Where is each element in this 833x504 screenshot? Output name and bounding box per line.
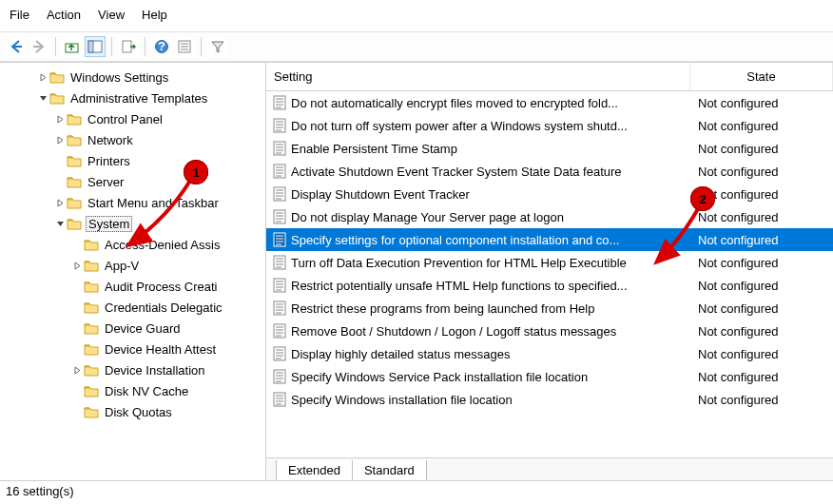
settings-row[interactable]: Remove Boot / Shutdown / Logon / Logoff …: [266, 320, 833, 342]
setting-state: Not configured: [690, 233, 833, 247]
tree-node[interactable]: Start Menu and Taskbar: [2, 192, 263, 213]
policy-icon: [272, 164, 287, 179]
tree-expander-icon[interactable]: [53, 136, 67, 145]
tree-expander-icon[interactable]: [53, 199, 67, 207]
setting-state: Not configured: [690, 324, 833, 339]
folder-icon: [84, 280, 99, 293]
folder-icon: [67, 133, 82, 146]
tree-node[interactable]: Disk Quotas: [2, 401, 263, 422]
menu-view[interactable]: View: [98, 8, 125, 22]
tree-pane[interactable]: Windows SettingsAdministrative Templates…: [0, 63, 266, 480]
tree-node[interactable]: Administrative Templates: [2, 87, 263, 108]
tree-node[interactable]: Credentials Delegatic: [2, 297, 263, 318]
tree-node[interactable]: Device Installation: [2, 359, 263, 380]
tree-expander-icon[interactable]: [70, 366, 84, 375]
folder-icon: [67, 175, 82, 188]
list-pane: Setting State Do not automatically encry…: [266, 63, 833, 480]
settings-row[interactable]: Specify Windows Service Pack installatio…: [266, 365, 833, 388]
forward-arrow-icon: [31, 39, 47, 54]
setting-state: Not configured: [690, 347, 833, 361]
tree-node[interactable]: Audit Process Creati: [2, 276, 263, 297]
folder-icon: [84, 238, 99, 251]
settings-row[interactable]: Do not turn off system power after a Win…: [266, 114, 833, 137]
policy-icon: [272, 300, 287, 316]
menu-file[interactable]: File: [10, 8, 29, 22]
settings-row[interactable]: Display highly detailed status messagesN…: [266, 342, 833, 365]
settings-row[interactable]: Specify Windows installation file locati…: [266, 388, 833, 411]
setting-name: Specify Windows Service Pack installatio…: [291, 370, 690, 384]
setting-name: Display Shutdown Event Tracker: [291, 187, 690, 202]
settings-row[interactable]: Do not display Manage Your Server page a…: [266, 205, 833, 228]
svg-text:?: ?: [158, 39, 165, 53]
tree-node-label: Network: [86, 133, 135, 147]
tree-node[interactable]: Disk NV Cache: [2, 380, 263, 401]
tree-node[interactable]: Device Health Attest: [2, 339, 263, 359]
folder-icon: [49, 91, 65, 105]
tab-extended[interactable]: Extended: [276, 460, 353, 480]
toolbar-forward-button[interactable]: [29, 36, 49, 57]
setting-state: Not configured: [690, 119, 833, 133]
settings-row[interactable]: Turn off Data Execution Prevention for H…: [266, 251, 833, 274]
toolbar-properties-button[interactable]: [174, 36, 195, 57]
folder-icon: [67, 154, 82, 167]
folder-up-icon: [65, 39, 80, 54]
toolbar-export-button[interactable]: [118, 36, 139, 57]
tree-node-label: Disk Quotas: [103, 405, 174, 419]
menu-help[interactable]: Help: [142, 8, 167, 22]
tree-node[interactable]: Network: [2, 129, 263, 150]
column-header-state[interactable]: State: [690, 63, 833, 90]
tree-node[interactable]: Control Panel: [2, 108, 263, 129]
toolbar-up-button[interactable]: [62, 36, 83, 57]
tree-node[interactable]: Device Guard: [2, 318, 263, 339]
bottom-tabs: Extended Standard: [266, 457, 833, 480]
tree-node[interactable]: Printers: [2, 150, 263, 171]
tree-expander-icon[interactable]: [53, 115, 67, 124]
back-arrow-icon: [9, 39, 24, 54]
tree-node-label: System: [86, 216, 132, 232]
setting-state: Not configured: [690, 96, 833, 110]
toolbar-filter-button[interactable]: [207, 36, 228, 57]
tree-expander-icon[interactable]: [53, 220, 67, 228]
policy-icon: [272, 209, 287, 224]
setting-state: Not configured: [690, 393, 833, 407]
settings-row[interactable]: Restrict these programs from being launc…: [266, 297, 833, 320]
toolbar-back-button[interactable]: [6, 36, 27, 57]
tab-standard[interactable]: Standard: [352, 460, 427, 480]
svg-rect-3: [123, 41, 131, 52]
settings-row[interactable]: Activate Shutdown Event Tracker System S…: [266, 160, 833, 183]
list-body[interactable]: Do not automatically encrypt files moved…: [266, 91, 833, 457]
tree-node[interactable]: Access-Denied Assis: [2, 234, 263, 255]
tree-node[interactable]: App-V: [2, 255, 263, 276]
policy-icon: [272, 95, 287, 110]
menu-action[interactable]: Action: [47, 8, 81, 22]
toolbar-showhide-button[interactable]: [85, 36, 106, 57]
folder-icon: [84, 363, 99, 377]
settings-row[interactable]: Specify settings for optional component …: [266, 228, 833, 251]
tree-node-label: Audit Process Creati: [103, 280, 220, 294]
settings-row[interactable]: Display Shutdown Event TrackerNot config…: [266, 183, 833, 205]
tree-node-label: Administrative Templates: [68, 91, 209, 106]
tree-node[interactable]: Server: [2, 171, 263, 192]
setting-state: Not configured: [690, 142, 833, 156]
column-header-setting[interactable]: Setting: [266, 63, 690, 90]
settings-row[interactable]: Do not automatically encrypt files moved…: [266, 91, 833, 114]
setting-state: Not configured: [690, 370, 833, 384]
export-icon: [121, 39, 136, 54]
setting-name: Remove Boot / Shutdown / Logon / Logoff …: [291, 324, 690, 339]
settings-row[interactable]: Enable Persistent Time StampNot configur…: [266, 137, 833, 160]
tree-node[interactable]: Windows Settings: [2, 67, 263, 87]
setting-state: Not configured: [690, 210, 833, 224]
setting-name: Specify Windows installation file locati…: [291, 393, 690, 407]
tree-expander-icon[interactable]: [36, 94, 49, 103]
help-icon: ?: [154, 39, 169, 54]
tree-node-label: App-V: [103, 259, 141, 273]
toolbar-separator: [55, 37, 56, 56]
toolbar-help-button[interactable]: ?: [151, 36, 172, 57]
setting-name: Display highly detailed status messages: [291, 347, 690, 361]
tree-expander-icon[interactable]: [36, 73, 49, 82]
tree-node-label: Device Guard: [103, 321, 182, 336]
settings-row[interactable]: Restrict potentially unsafe HTML Help fu…: [266, 274, 833, 297]
tree-node[interactable]: System: [2, 213, 263, 234]
tree-expander-icon[interactable]: [70, 262, 84, 270]
setting-state: Not configured: [690, 187, 833, 202]
